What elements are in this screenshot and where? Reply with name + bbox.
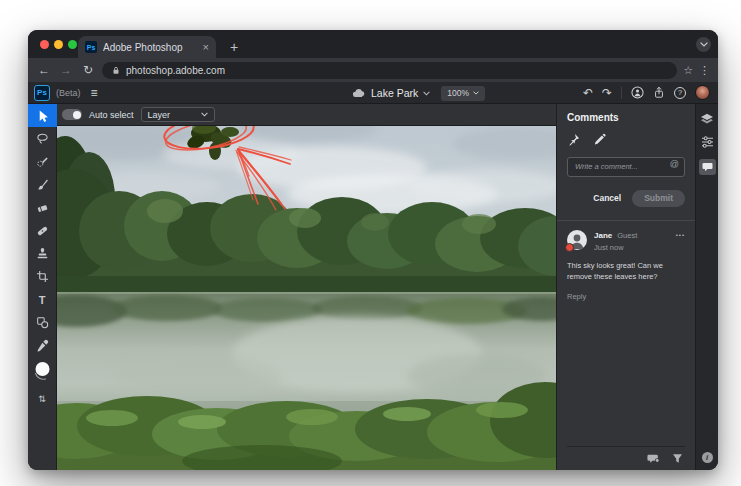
filter-comments-icon[interactable] (672, 453, 683, 464)
beta-label: (Beta) (56, 88, 81, 98)
tools-panel: T ⇅ (28, 104, 57, 470)
shapes-icon (36, 316, 49, 329)
comment-timestamp: Just now (594, 243, 669, 252)
pinned-comment-badge (565, 243, 574, 252)
maximize-window-button[interactable] (68, 40, 77, 49)
url-input[interactable]: photoshop.adobe.com (102, 62, 677, 79)
tool-move[interactable] (28, 104, 57, 127)
forward-button[interactable]: → (58, 64, 74, 76)
cancel-button[interactable]: Cancel (593, 193, 621, 203)
back-button[interactable]: ← (36, 64, 52, 76)
chevron-down-icon (700, 42, 708, 47)
tool-eyedropper[interactable] (28, 334, 57, 357)
auto-select-label: Auto select (89, 110, 134, 120)
canvas-area: Auto select Layer (57, 104, 556, 470)
comment-author-role: Guest (617, 231, 637, 240)
type-tool-icon: T (39, 294, 46, 306)
adjustments-panel-icon[interactable] (701, 136, 714, 148)
photoshop-topbar: Ps (Beta) ≡ Lake Park 100% ↶ ↷ (28, 82, 718, 104)
auto-select-toggle[interactable] (62, 109, 82, 120)
comment-composer: @ (567, 155, 685, 177)
browser-tab[interactable]: Ps Adobe Photoshop × (78, 36, 216, 58)
minimize-window-button[interactable] (54, 40, 63, 49)
comment-card[interactable]: Jane Guest Just now ••• This sky looks g… (567, 221, 685, 301)
help-button[interactable]: ? (674, 87, 686, 99)
undo-button[interactable]: ↶ (583, 87, 593, 99)
move-cursor-icon (36, 109, 49, 123)
new-tab-button[interactable]: + (224, 37, 244, 57)
tool-type[interactable]: T (28, 288, 57, 311)
layer-select-dropdown[interactable]: Layer (141, 107, 215, 122)
comments-footer (567, 446, 685, 470)
layers-panel-icon[interactable] (700, 113, 714, 125)
pin-comment-icon[interactable] (567, 133, 580, 146)
document-canvas[interactable] (57, 126, 556, 470)
comment-more-icon[interactable]: ••• (676, 230, 685, 238)
pencil-annotate-icon[interactable] (593, 133, 606, 146)
browser-window: Ps Adobe Photoshop × + ← → ↻ photoshop.a… (28, 30, 718, 470)
toggle-comment-pins-icon[interactable] (647, 453, 660, 465)
lake-photo (57, 126, 556, 470)
photoshop-logo: Ps (34, 85, 50, 101)
photoshop-favicon: Ps (85, 41, 97, 53)
layer-select-value: Layer (148, 110, 171, 120)
comment-body: This sky looks great! Can we remove thes… (567, 260, 685, 283)
eyedropper-icon (36, 339, 49, 352)
eraser-icon (36, 201, 49, 214)
comment-tools (567, 133, 685, 146)
tab-search-button[interactable] (696, 37, 711, 52)
chevron-down-icon (201, 112, 208, 117)
comment-bubble-icon (702, 162, 713, 172)
tool-quick-select[interactable] (28, 150, 57, 173)
tool-brush[interactable] (28, 173, 57, 196)
brush-icon (36, 178, 49, 191)
tool-options-bar: Auto select Layer (57, 104, 556, 126)
browser-menu-icon[interactable]: ⋮ (699, 64, 710, 77)
tool-shapes[interactable] (28, 311, 57, 334)
reload-button[interactable]: ↻ (80, 64, 96, 76)
comment-input[interactable] (567, 157, 685, 177)
swap-colors-icon: ⇅ (38, 394, 46, 404)
tab-title: Adobe Photoshop (103, 42, 197, 53)
browser-tabstrip: Ps Adobe Photoshop × + (28, 30, 718, 58)
commenter-avatar (567, 230, 587, 250)
share-export-icon[interactable] (653, 86, 665, 99)
quick-select-icon (36, 155, 49, 168)
composer-buttons: Cancel Submit (567, 190, 685, 207)
close-window-button[interactable] (40, 40, 49, 49)
tool-lasso[interactable] (28, 127, 57, 150)
browser-addressbar: ← → ↻ photoshop.adobe.com ☆ ⋮ (28, 58, 718, 82)
zoom-level-value: 100% (447, 88, 469, 98)
tool-crop[interactable] (28, 265, 57, 288)
comments-panel-tab-active[interactable] (699, 159, 716, 175)
bookmark-icon[interactable]: ☆ (683, 64, 693, 77)
healing-brush-icon (36, 224, 49, 237)
mention-icon[interactable]: @ (670, 159, 679, 169)
tab-close-icon[interactable]: × (203, 42, 209, 53)
invite-people-icon[interactable] (631, 86, 644, 99)
app-menu-icon[interactable]: ≡ (91, 87, 98, 99)
cloud-document-icon (352, 88, 366, 98)
window-controls (40, 40, 77, 49)
document-name: Lake Park (371, 87, 418, 99)
document-switcher[interactable]: Lake Park 100% (352, 82, 485, 104)
submit-button[interactable]: Submit (632, 190, 685, 207)
tool-color-swatch[interactable] (28, 357, 57, 387)
url-text: photoshop.adobe.com (126, 65, 225, 76)
tool-swap-colors[interactable]: ⇅ (28, 387, 57, 410)
lock-icon (111, 65, 121, 76)
zoom-level-dropdown[interactable]: 100% (441, 86, 485, 101)
comments-panel: Comments @ Cancel Submit (556, 104, 695, 470)
chevron-down-icon (423, 91, 430, 96)
tool-healing-brush[interactable] (28, 219, 57, 242)
app-main: T ⇅ (28, 104, 718, 470)
info-button[interactable]: i (702, 452, 713, 463)
account-avatar[interactable] (695, 85, 710, 100)
redo-button[interactable]: ↷ (602, 87, 612, 99)
tool-eraser[interactable] (28, 196, 57, 219)
tool-clone-stamp[interactable] (28, 242, 57, 265)
reply-button[interactable]: Reply (567, 292, 685, 301)
crop-icon (36, 270, 49, 283)
foreground-color-icon (33, 361, 52, 383)
divider (621, 87, 622, 99)
